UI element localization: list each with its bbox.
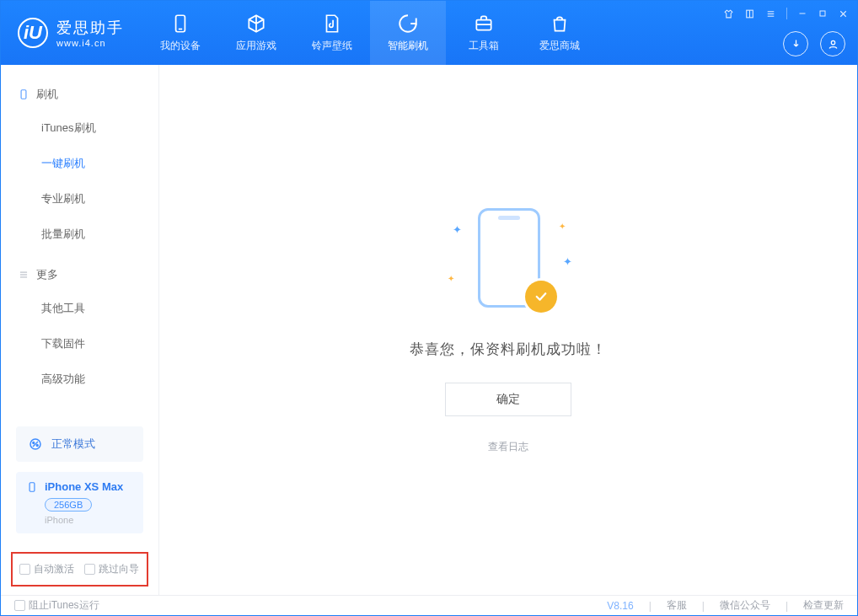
sparkle-icon: ✦ bbox=[448, 274, 454, 283]
sidebar-group-more: 更多 bbox=[1, 259, 158, 291]
music-file-icon bbox=[321, 13, 343, 35]
checkbox-label: 自动激活 bbox=[34, 563, 74, 575]
sparkle-icon: ✦ bbox=[559, 222, 566, 231]
main-layout: 刷机 iTunes刷机 一键刷机 专业刷机 批量刷机 更多 其他工具 下载固件 … bbox=[1, 65, 857, 595]
tab-label: 铃声壁纸 bbox=[312, 39, 352, 53]
sidebar-item-advanced[interactable]: 高级功能 bbox=[1, 362, 158, 397]
mode-card[interactable]: 正常模式 bbox=[16, 426, 143, 462]
menu-icon[interactable] bbox=[765, 8, 776, 19]
tab-label: 工具箱 bbox=[469, 39, 499, 53]
device-phone-icon bbox=[26, 481, 38, 493]
sidebar: 刷机 iTunes刷机 一键刷机 专业刷机 批量刷机 更多 其他工具 下载固件 … bbox=[1, 65, 159, 595]
cube-icon bbox=[245, 13, 267, 35]
tab-label: 我的设备 bbox=[160, 39, 201, 53]
tab-store[interactable]: 爱思商城 bbox=[522, 1, 598, 65]
mode-label: 正常模式 bbox=[51, 437, 95, 452]
sidebar-item-other-tools[interactable]: 其他工具 bbox=[1, 291, 158, 326]
sparkle-icon: ✦ bbox=[563, 255, 572, 268]
sparkle-icon: ✦ bbox=[453, 223, 462, 236]
checkbox-label: 跳过向导 bbox=[99, 563, 139, 575]
sidebar-item-itunes-flash[interactable]: iTunes刷机 bbox=[1, 110, 158, 146]
shirt-icon[interactable] bbox=[723, 8, 734, 19]
success-message: 恭喜您，保资料刷机成功啦！ bbox=[410, 340, 607, 359]
tab-label: 智能刷机 bbox=[388, 39, 428, 53]
checkbox-block-itunes[interactable]: 阻止iTunes运行 bbox=[14, 598, 99, 613]
status-bar: 阻止iTunes运行 V8.16 客服 微信公众号 检查更新 bbox=[1, 595, 857, 615]
sidebar-item-oneclick-flash[interactable]: 一键刷机 bbox=[1, 146, 158, 181]
checkbox-icon bbox=[14, 600, 25, 611]
separator bbox=[782, 600, 791, 612]
support-link[interactable]: 客服 bbox=[667, 598, 687, 613]
tab-label: 应用游戏 bbox=[236, 39, 276, 53]
briefcase-icon bbox=[473, 13, 495, 35]
refresh-shield-icon bbox=[397, 13, 419, 35]
device-capacity-badge: 256GB bbox=[45, 498, 92, 512]
logo-block: iU 爱思助手 www.i4.cn bbox=[1, 1, 142, 65]
version-label: V8.16 bbox=[607, 600, 633, 612]
user-icon bbox=[827, 38, 839, 51]
list-icon bbox=[18, 269, 29, 281]
tab-my-device[interactable]: 我的设备 bbox=[142, 1, 218, 65]
svg-rect-13 bbox=[21, 90, 26, 99]
check-badge-icon bbox=[525, 281, 557, 313]
device-type: iPhone bbox=[45, 515, 133, 525]
svg-point-19 bbox=[36, 445, 38, 447]
download-button[interactable] bbox=[783, 31, 808, 56]
brand-name: 爱思助手 bbox=[56, 18, 124, 38]
check-update-link[interactable]: 检查更新 bbox=[803, 598, 844, 613]
minimize-icon[interactable] bbox=[797, 8, 807, 19]
brand-url: www.i4.cn bbox=[56, 38, 124, 48]
device-card[interactable]: iPhone XS Max 256GB iPhone bbox=[16, 472, 143, 533]
wechat-link[interactable]: 微信公众号 bbox=[720, 598, 770, 613]
svg-rect-9 bbox=[820, 11, 825, 16]
user-controls bbox=[783, 31, 845, 56]
svg-rect-21 bbox=[29, 482, 35, 491]
mode-normal-icon bbox=[28, 437, 43, 452]
view-log-link[interactable]: 查看日志 bbox=[488, 440, 528, 454]
bag-icon bbox=[549, 13, 571, 35]
download-icon bbox=[790, 38, 802, 51]
book-icon[interactable] bbox=[744, 8, 755, 19]
topbar: iU 爱思助手 www.i4.cn 我的设备 应用游戏 铃声壁纸 智能刷机 工具… bbox=[1, 1, 857, 65]
checkbox-label: 阻止iTunes运行 bbox=[29, 599, 99, 611]
logo-icon: iU bbox=[18, 18, 48, 48]
ok-button[interactable]: 确定 bbox=[445, 383, 571, 416]
sidebar-group-flash: 刷机 bbox=[1, 78, 158, 110]
logo-text: 爱思助手 www.i4.cn bbox=[56, 18, 124, 48]
device-name: iPhone XS Max bbox=[45, 480, 123, 493]
close-icon[interactable] bbox=[838, 8, 849, 19]
sidebar-item-download-firmware[interactable]: 下载固件 bbox=[1, 326, 158, 362]
group-label: 更多 bbox=[36, 267, 58, 282]
statusbar-left: 阻止iTunes运行 bbox=[14, 598, 607, 613]
account-button[interactable] bbox=[820, 31, 845, 56]
statusbar-right: V8.16 客服 微信公众号 检查更新 bbox=[607, 598, 844, 613]
svg-point-18 bbox=[33, 442, 35, 444]
svg-point-12 bbox=[831, 40, 834, 44]
checkbox-auto-activate[interactable]: 自动激活 bbox=[19, 562, 74, 576]
flash-options-box: 自动激活 跳过向导 bbox=[11, 552, 148, 587]
success-illustration: ✦ ✦ ✦ ✦ bbox=[441, 206, 576, 316]
separator bbox=[699, 600, 708, 612]
tab-toolbox[interactable]: 工具箱 bbox=[446, 1, 522, 65]
window-controls bbox=[723, 8, 849, 19]
tab-ringtone-wallpaper[interactable]: 铃声壁纸 bbox=[294, 1, 370, 65]
maximize-icon[interactable] bbox=[818, 8, 828, 19]
sidebar-item-batch-flash[interactable]: 批量刷机 bbox=[1, 217, 158, 252]
top-tabs: 我的设备 应用游戏 铃声壁纸 智能刷机 工具箱 爱思商城 bbox=[142, 1, 598, 65]
tab-label: 爱思商城 bbox=[539, 39, 580, 53]
tab-smart-flash[interactable]: 智能刷机 bbox=[370, 1, 446, 65]
device-name-row: iPhone XS Max bbox=[26, 480, 133, 493]
tab-apps-games[interactable]: 应用游戏 bbox=[218, 1, 294, 65]
phone-outline-icon bbox=[18, 88, 29, 100]
group-label: 刷机 bbox=[36, 87, 58, 102]
content-area: ✦ ✦ ✦ ✦ 恭喜您，保资料刷机成功啦！ 确定 查看日志 bbox=[159, 65, 857, 595]
separator bbox=[646, 600, 655, 612]
checkbox-skip-guide[interactable]: 跳过向导 bbox=[84, 562, 139, 576]
sidebar-item-pro-flash[interactable]: 专业刷机 bbox=[1, 181, 158, 217]
phone-icon bbox=[169, 13, 191, 35]
checkbox-icon bbox=[84, 564, 95, 575]
separator bbox=[786, 8, 787, 19]
checkbox-icon bbox=[19, 564, 30, 575]
